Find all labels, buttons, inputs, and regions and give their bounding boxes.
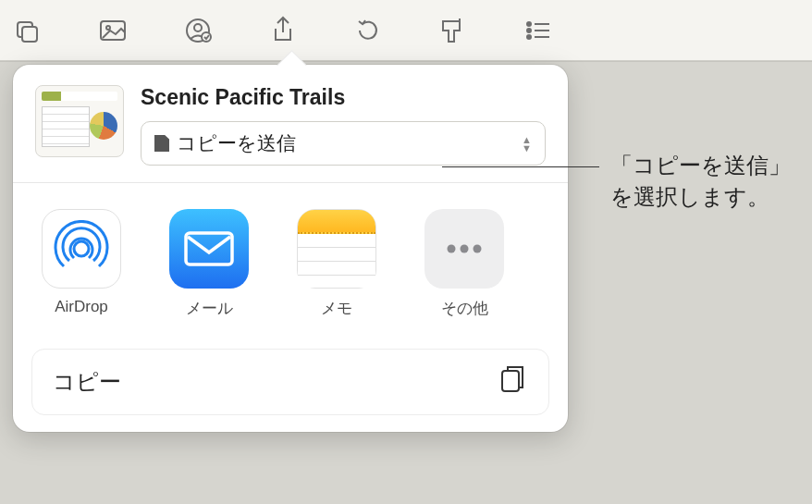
document-options-button[interactable]	[518, 10, 559, 51]
more-label: その他	[441, 298, 488, 319]
chevron-updown-icon: ▲▼	[522, 136, 532, 152]
copy-icon	[498, 363, 528, 400]
svg-point-11	[527, 35, 531, 39]
share-mode-selector[interactable]: コピーを送信 ▲▼	[141, 121, 546, 166]
svg-point-7	[527, 22, 531, 26]
selector-label: コピーを送信	[177, 130, 514, 156]
document-title: Scenic Pacific Trails	[141, 85, 546, 110]
svg-point-13	[74, 241, 89, 256]
insert-button[interactable]	[7, 10, 48, 51]
copy-action[interactable]: コピー	[31, 349, 549, 415]
callout-text: 「コピーを送信」 を選択します。	[610, 150, 791, 212]
mail-label: メール	[186, 298, 233, 319]
share-mail[interactable]: メール	[163, 209, 255, 319]
callout-line	[442, 166, 599, 167]
document-thumbnail	[35, 85, 124, 157]
svg-rect-14	[186, 233, 232, 264]
airdrop-icon	[42, 209, 121, 289]
more-icon	[424, 209, 504, 289]
collaborate-button[interactable]	[178, 10, 218, 51]
svg-rect-1	[22, 27, 37, 42]
copy-label: コピー	[53, 367, 121, 397]
svg-point-6	[202, 32, 211, 42]
notes-label: メモ	[321, 298, 352, 319]
svg-point-3	[106, 26, 110, 30]
svg-point-15	[448, 245, 456, 253]
media-button[interactable]	[92, 10, 133, 51]
svg-point-16	[461, 245, 469, 253]
svg-point-17	[474, 245, 482, 253]
share-popover: Scenic Pacific Trails コピーを送信 ▲▼ AirDrop	[13, 65, 568, 432]
svg-point-9	[527, 29, 531, 32]
share-button[interactable]	[263, 10, 303, 51]
airdrop-label: AirDrop	[55, 298, 108, 316]
undo-button[interactable]	[348, 10, 388, 51]
share-airdrop[interactable]: AirDrop	[35, 209, 128, 319]
mail-icon	[169, 209, 249, 289]
svg-rect-18	[502, 371, 519, 391]
svg-point-5	[194, 24, 202, 31]
share-apps-row: AirDrop メール メモ	[13, 183, 568, 338]
share-more[interactable]: その他	[418, 209, 511, 319]
format-button[interactable]	[433, 10, 474, 51]
notes-icon	[297, 209, 376, 289]
share-notes[interactable]: メモ	[290, 209, 383, 319]
toolbar	[0, 0, 812, 61]
document-icon	[154, 135, 169, 152]
